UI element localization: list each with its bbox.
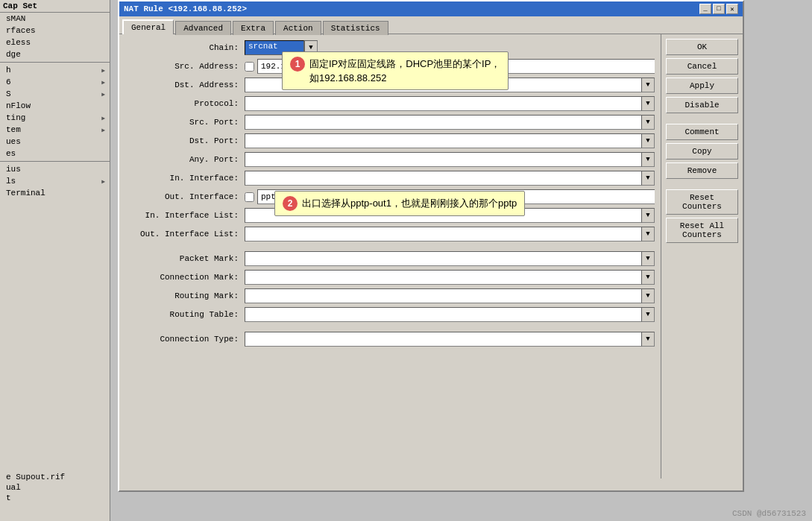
sidebar-item-rfaces[interactable]: rfaces [0,25,110,37]
connection-type-input[interactable] [245,332,641,347]
in-interface-list-dropdown[interactable]: ▼ [641,208,655,223]
remove-button[interactable]: Remove [666,162,738,179]
any-port-row: Any. Port: ▼ [125,152,655,167]
sidebar-item-es[interactable]: es [0,148,110,160]
sidebar-bottom: e Supout.rif ual t [0,469,110,506]
routing-mark-input[interactable] [245,288,641,303]
in-interface-input-wrapper: ▼ [245,171,655,186]
out-interface-list-wrapper: ▼ [245,227,655,241]
form-area: Chain: srcnat ▼ Src. Address: 1固定IP对 [119,34,661,479]
in-interface-dropdown[interactable]: ▼ [641,171,655,186]
packet-mark-wrapper: ▼ [245,251,655,266]
connection-type-dropdown[interactable]: ▼ [641,332,655,347]
src-address-label: Src. Address: [125,62,245,71]
tab-statistics[interactable]: Statistics [323,21,388,35]
reset-counters-button[interactable]: Reset Counters [666,189,738,215]
sidebar-t[interactable]: t [6,493,104,503]
protocol-input-wrapper: ▼ [245,96,655,111]
sidebar-item-6[interactable]: 6▶ [0,76,110,88]
out-interface-list-input[interactable] [245,227,641,241]
reset-all-counters-button[interactable]: Reset All Counters [666,218,738,243]
dst-address-label: Dst. Address: [125,80,245,89]
sidebar-supout[interactable]: e Supout.rif [6,472,104,482]
src-port-label: Src. Port: [125,118,245,127]
minimize-button[interactable]: _ [699,4,711,14]
tab-advanced[interactable]: Advanced [175,21,231,35]
cancel-button[interactable]: Cancel [666,58,738,75]
routing-mark-dropdown[interactable]: ▼ [641,288,655,303]
protocol-dropdown[interactable]: ▼ [641,96,655,111]
protocol-label: Protocol: [125,99,245,108]
protocol-input[interactable] [245,96,641,111]
src-address-checkbox[interactable] [245,62,254,72]
routing-mark-wrapper: ▼ [245,288,655,303]
sidebar-ual[interactable]: ual [6,482,104,493]
in-interface-input[interactable] [245,171,641,186]
routing-table-label: Routing Table: [125,310,245,319]
connection-mark-dropdown[interactable]: ▼ [641,270,655,285]
apply-button[interactable]: Apply [666,78,738,94]
disable-button[interactable]: Disable [666,97,738,113]
tab-action[interactable]: Action [275,21,321,35]
sidebar-item-ues[interactable]: ues [0,136,110,148]
routing-table-dropdown[interactable]: ▼ [641,307,655,322]
connection-mark-input[interactable] [245,270,641,285]
tabs-container: General Advanced Extra Action Statistics [119,16,743,34]
sidebar-item-tem[interactable]: tem▶ [0,124,110,136]
sidebar-item-ls[interactable]: ls▶ [0,175,110,187]
src-address-row: Src. Address: 1固定IP对应固定线路，DHCP池里的某个IP， 如… [125,59,655,74]
connection-mark-label: Connection Mark: [125,273,245,282]
sidebar-item-sman[interactable]: sMAN [0,13,110,25]
sidebar: Cap Set sMAN rfaces eless dge h▶ 6▶ S▶ n… [0,0,110,521]
in-interface-label: In. Interface: [125,174,245,183]
any-port-input[interactable] [245,152,641,167]
routing-mark-row: Routing Mark: ▼ [125,288,655,303]
src-address-tooltip: 1固定IP对应固定线路，DHCP池里的某个IP， 如192.168.88.252 [282,51,509,90]
window-controls: _ □ ✕ [699,4,738,14]
sidebar-item-terminal[interactable]: Terminal [0,187,110,199]
any-port-dropdown[interactable]: ▼ [641,152,655,167]
connection-type-wrapper: ▼ [245,332,655,347]
maximize-button[interactable]: □ [713,4,725,14]
out-interface-checkbox[interactable] [245,192,254,202]
comment-button[interactable]: Comment [666,124,738,140]
dst-address-dropdown[interactable]: ▼ [641,78,655,92]
packet-mark-dropdown[interactable]: ▼ [641,251,655,266]
sidebar-item-ius[interactable]: ius [0,163,110,175]
out-interface-list-row: Out. Interface List: ▼ [125,227,655,241]
src-port-input[interactable] [245,115,641,130]
out-interface-list-dropdown[interactable]: ▼ [641,227,655,241]
tooltip-number-2: 2 [283,196,298,211]
src-port-row: Src. Port: ▼ [125,115,655,130]
dst-port-input[interactable] [245,133,641,148]
tab-general[interactable]: General [122,19,174,34]
sidebar-item-ting[interactable]: ting▶ [0,112,110,124]
connection-type-row: Connection Type: ▼ [125,332,655,347]
tab-extra[interactable]: Extra [233,21,274,35]
chain-label: Chain: [125,43,245,52]
out-interface-label: Out. Interface: [125,192,245,201]
out-interface-row: Out. Interface: 2出口选择从pptp-out1，也就是刚刚接入的… [125,189,655,204]
tooltip-number-1: 1 [290,57,305,72]
src-port-input-wrapper: ▼ [245,115,655,130]
connection-mark-wrapper: ▼ [245,270,655,285]
dialog-container: NAT Rule <192.168.88.252> _ □ ✕ General … [110,0,812,521]
sidebar-item-h[interactable]: h▶ [0,64,110,76]
out-interface-tooltip: 2出口选择从pptp-out1，也就是刚刚接入的那个pptp [274,191,525,216]
dst-port-dropdown[interactable]: ▼ [641,133,655,148]
connection-mark-row: Connection Mark: ▼ [125,270,655,285]
in-interface-row: In. Interface: ▼ [125,171,655,186]
ok-button[interactable]: OK [666,39,738,55]
src-port-dropdown[interactable]: ▼ [641,115,655,130]
sidebar-item-s[interactable]: S▶ [0,88,110,100]
routing-table-input[interactable] [245,307,641,322]
close-button[interactable]: ✕ [726,4,738,14]
packet-mark-label: Packet Mark: [125,254,245,263]
sidebar-item-eless[interactable]: eless [0,37,110,48]
sidebar-item-nflow[interactable]: nFlow [0,100,110,112]
copy-button[interactable]: Copy [666,143,738,160]
any-port-label: Any. Port: [125,155,245,164]
packet-mark-input[interactable] [245,251,641,266]
sidebar-title: Cap Set [0,0,110,13]
sidebar-item-dge[interactable]: dge [0,48,110,60]
